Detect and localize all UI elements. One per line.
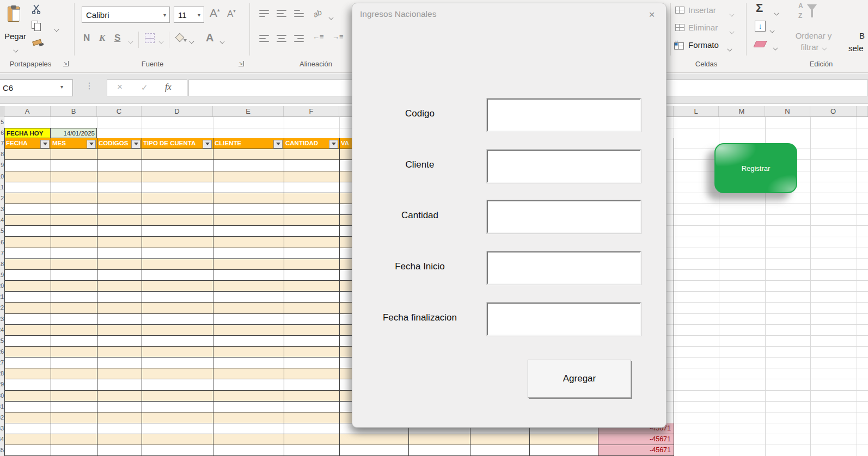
gridline [674,401,868,402]
codigo-input[interactable] [489,101,638,127]
gridline [674,291,868,292]
cliente-label: Cliente [365,159,474,170]
column-header-D[interactable]: D [142,106,213,116]
gridline [674,313,868,314]
row-header-25[interactable]: 25 [0,336,4,347]
row-header-5[interactable]: 5 [0,117,4,128]
table-row[interactable] [4,445,598,456]
cantidad-input[interactable] [489,202,638,229]
column-header-P[interactable] [857,106,868,116]
table-header-D[interactable]: TIPO DE CUENTA [142,138,213,149]
close-icon[interactable]: × [645,8,658,21]
table-header-A[interactable]: FECHA [4,138,51,149]
gridline [339,117,340,138]
gridline [674,434,868,434]
row-header-33[interactable]: 33 [0,423,4,434]
column-header-B[interactable]: B [51,106,97,116]
row-header-21[interactable]: 21 [0,292,4,303]
fecha-finalizacion-label: Fecha finalizacion [365,312,474,323]
row-header-28[interactable]: 28 [0,368,4,379]
gridline [142,117,142,138]
gridline [674,117,674,138]
row-header-7[interactable]: 7 [0,138,4,149]
gridline [857,117,857,138]
fecha-inicio-input[interactable] [489,254,638,280]
table-row[interactable] [4,434,598,445]
column-header-N[interactable]: N [765,106,810,116]
column-header-L[interactable]: L [674,106,719,116]
gridline [674,379,868,379]
negative-value-cell[interactable]: -45671 [598,434,674,445]
row-header-23[interactable]: 23 [0,314,4,325]
table-border [142,138,142,456]
table-border [213,138,213,456]
gridline [674,204,868,204]
row-header-11[interactable]: 11 [0,182,4,193]
row-header-24[interactable]: 24 [0,325,4,336]
row-header-16[interactable]: 16 [0,237,4,248]
cliente-input[interactable] [489,152,638,178]
row-header-34[interactable]: 34 [0,434,4,445]
gridline [674,368,868,368]
gridline [765,117,766,138]
row-header-27[interactable]: 27 [0,358,4,368]
agregar-button[interactable]: Agregar [528,360,631,398]
gridline [674,302,868,303]
row-header-12[interactable]: 12 [0,193,4,204]
negative-value-cell[interactable]: -45671 [598,445,674,456]
row-header-13[interactable]: 13 [0,204,4,215]
table-header-E[interactable]: CLIENTE [213,138,284,149]
column-header-A[interactable]: A [4,106,51,116]
row-header-18[interactable]: 18 [0,259,4,270]
row-header-10[interactable]: 10 [0,171,4,182]
row-header-30[interactable]: 30 [0,391,4,402]
column-header-M[interactable]: M [719,106,765,116]
table-border [284,138,284,456]
row-header-6[interactable]: 6 [0,128,4,139]
row-header-15[interactable]: 15 [0,226,4,237]
filter-button-E[interactable] [273,140,283,149]
row-header-9[interactable]: 9 [0,160,4,171]
gridline [674,237,868,237]
fecha-hoy-cell[interactable]: FECHA HOY [4,128,51,139]
row-header-26[interactable]: 26 [0,347,4,358]
row-header-19[interactable]: 19 [0,270,4,281]
fecha-finalizacion-input[interactable] [489,305,638,331]
gridline [674,346,868,347]
ingresos-dialog: Ingresos Nacionales × Codigo Cliente Can… [352,3,667,428]
row-header-32[interactable]: 32 [0,412,4,423]
fecha-hoy-value-cell[interactable]: 14/01/2025 [51,128,97,139]
row-header-31[interactable]: 31 [0,402,4,412]
filter-button-B[interactable] [87,140,96,149]
table-border [674,138,674,456]
filter-button-C[interactable] [131,140,140,149]
column-header-O[interactable]: O [810,106,857,116]
row-header-17[interactable]: 17 [0,248,4,259]
column-header-F[interactable]: F [284,106,339,116]
filter-button-F[interactable] [329,140,338,149]
cliente-field-frame [487,150,641,183]
row-header-29[interactable]: 29 [0,379,4,390]
gridline [284,117,284,138]
gridline [674,214,868,215]
select-all-corner[interactable] [0,106,4,117]
gridline [674,248,868,248]
gridline [674,280,868,281]
table-header-F[interactable]: CANTIDAD [284,138,339,149]
table-border [339,138,340,456]
row-header-20[interactable]: 20 [0,281,4,292]
row-header-22[interactable]: 22 [0,303,4,313]
column-header-E[interactable]: E [213,106,284,116]
excel-window: Pegar Portapapeles ↘ Calibri▾ 11▾ A▴ [0,0,868,456]
column-header-C[interactable]: C [97,106,142,116]
gridline [674,335,868,336]
table-header-C[interactable]: CODIGOS [97,138,142,149]
row-header-8[interactable]: 8 [0,149,4,160]
row-header-14[interactable]: 14 [0,215,4,226]
filter-button-A[interactable] [40,140,50,149]
filter-button-D[interactable] [203,140,212,149]
table-header-B[interactable]: MES [51,138,97,149]
row-header-35[interactable]: 35 [0,445,4,456]
registrar-shape-button[interactable]: Registrar [714,143,797,193]
filter-arrow-icon [205,143,210,145]
